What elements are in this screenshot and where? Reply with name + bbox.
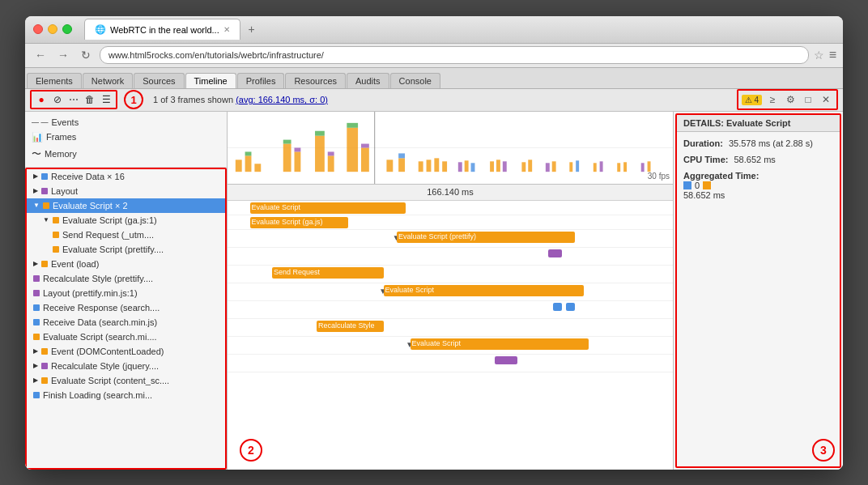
list-item-selected[interactable]: ▼ Evaluate Script × 2	[27, 198, 225, 213]
timeline-toolbar: ● ⊘ ⋯ 🗑 ☰ 1 1 of 3 frames shown (avg: 16…	[25, 89, 843, 112]
url-text: www.html5rocks.com/en/tutorials/webrtc/i…	[108, 50, 324, 60]
sidebar-item-events[interactable]: — — Events	[25, 115, 227, 130]
item-color-icon	[41, 363, 48, 369]
tab-elements[interactable]: Elements	[27, 73, 82, 88]
back-button[interactable]: ←	[32, 46, 49, 64]
flame-row: Send Request	[228, 266, 673, 283]
settings-button[interactable]: ⚙	[783, 92, 798, 107]
frames-avg-link[interactable]: (avg: 166.140 ms, σ: 0)	[236, 95, 328, 104]
item-color-icon	[41, 188, 48, 194]
flame-row	[228, 248, 673, 266]
svg-rect-41	[641, 163, 645, 172]
item-color-icon	[33, 290, 40, 296]
arrow-icon: ▼	[33, 202, 40, 209]
item-color-icon	[41, 261, 48, 267]
tab-title: WebRTC in the real world...	[110, 25, 219, 35]
list-item[interactable]: Recalculate Style (prettify....	[27, 271, 225, 286]
svg-rect-12	[328, 155, 334, 172]
list-item[interactable]: Layout (prettify.min.js:1)	[27, 286, 225, 300]
svg-rect-32	[528, 160, 532, 172]
svg-rect-34	[552, 161, 556, 172]
item-color-icon	[53, 246, 59, 253]
flame-bar: Send Request	[272, 267, 384, 279]
close-devtools-button[interactable]: ✕	[819, 92, 833, 107]
svg-rect-10	[315, 135, 325, 171]
list-item[interactable]: ▶ Recalculate Style (jquery....	[27, 359, 225, 373]
bookmark-icon[interactable]: ☆	[814, 49, 824, 62]
sidebar-top-section: — — Events 📊 Frames 〜 Memory	[25, 112, 227, 168]
svg-rect-4	[245, 151, 252, 155]
forward-button[interactable]: →	[54, 46, 72, 64]
traffic-lights	[33, 24, 72, 34]
list-item[interactable]: Receive Data (search.min.js)	[27, 315, 225, 330]
devtools-tab-bar: Elements Network Sources Timeline Profil…	[25, 68, 843, 89]
svg-rect-6	[283, 143, 291, 172]
svg-rect-31	[521, 162, 525, 172]
list-item[interactable]: Send Request (_utm....	[27, 228, 225, 242]
frames-info: 1 of 3 frames shown (avg: 166.140 ms, σ:…	[153, 95, 328, 104]
list-item[interactable]: Evaluate Script (search.mi....	[27, 330, 225, 344]
minimize-button[interactable]	[48, 24, 57, 34]
record-button[interactable]: ●	[35, 93, 48, 106]
svg-rect-36	[576, 160, 579, 172]
refresh-button[interactable]: ↻	[77, 46, 95, 64]
annotation-3: 3	[812, 439, 835, 462]
memory-label-text: Memory	[45, 149, 77, 159]
svg-rect-18	[386, 160, 393, 172]
item-color-icon	[53, 217, 59, 223]
flame-bar: Evaluate Script (ga.js)	[250, 217, 348, 228]
devtools-panel: Elements Network Sources Timeline Profil…	[25, 68, 843, 470]
arrow-icon: ▼	[43, 216, 49, 223]
tab-network[interactable]: Network	[83, 73, 133, 88]
maximize-button[interactable]	[62, 24, 72, 34]
list-item[interactable]: Evaluate Script (prettify....	[27, 242, 225, 257]
flame-row: ▼ Evaluate Script	[228, 283, 673, 301]
svg-rect-16	[361, 147, 369, 172]
tab-timeline[interactable]: Timeline	[185, 73, 236, 88]
menu-icon[interactable]: ≡	[829, 48, 836, 62]
browser-tab[interactable]: 🌐 WebRTC in the real world... ✕	[84, 19, 240, 40]
flame-bar: Evaluate Script	[250, 202, 406, 214]
list-item[interactable]: ▶ Evaluate Script (content_sc....	[27, 373, 225, 388]
more-button[interactable]: ☰	[100, 93, 113, 106]
delete-button[interactable]: 🗑	[83, 93, 96, 106]
item-color-icon	[41, 348, 48, 355]
item-label: Event (DOMContentLoaded)	[51, 347, 164, 356]
close-button[interactable]	[33, 24, 43, 34]
execute-button[interactable]: ≥	[765, 92, 780, 107]
list-item[interactable]: Finish Loading (search.mi...	[27, 388, 225, 402]
list-item[interactable]: ▶ Event (DOMContentLoaded)	[27, 344, 225, 359]
sidebar-item-frames[interactable]: 📊 Frames	[25, 130, 227, 145]
list-item[interactable]: ▶ Receive Data × 16	[27, 169, 225, 184]
item-label: Evaluate Script (prettify....	[62, 245, 164, 254]
tab-close-button[interactable]: ✕	[223, 25, 230, 34]
list-item[interactable]: Receive Response (search....	[27, 300, 225, 315]
list-item[interactable]: ▶ Event (load)	[27, 257, 225, 271]
item-color-icon	[33, 392, 40, 398]
left-sidebar: — — Events 📊 Frames 〜 Memory	[25, 112, 228, 470]
item-label: Layout (prettify.min.js:1)	[43, 288, 138, 298]
tab-resources[interactable]: Resources	[285, 73, 346, 88]
tab-console[interactable]: Console	[390, 73, 440, 88]
list-item[interactable]: ▼ Evaluate Script (ga.js:1)	[27, 213, 225, 228]
layout-button[interactable]: □	[801, 92, 815, 107]
tab-profiles[interactable]: Profiles	[237, 73, 285, 88]
aggregated-row: Aggregated Time: 0 58.652 ms	[683, 171, 833, 200]
svg-rect-28	[490, 161, 494, 172]
flame-bar: Recalculate Style	[317, 321, 384, 332]
svg-rect-30	[503, 161, 507, 172]
svg-rect-20	[398, 153, 405, 158]
tab-audits[interactable]: Audits	[347, 73, 389, 88]
filter-button[interactable]: ⋯	[67, 93, 80, 106]
list-item[interactable]: ▶ Layout	[27, 184, 225, 198]
arrow-icon: ▶	[33, 377, 38, 384]
warning-badge: ⚠ 4	[742, 95, 762, 105]
url-bar[interactable]: www.html5rocks.com/en/tutorials/webrtc/i…	[100, 46, 809, 64]
tab-sources[interactable]: Sources	[134, 73, 184, 88]
item-label: Receive Data (search.min.js)	[43, 317, 157, 327]
overview-chart[interactable]: 30 fps	[228, 112, 673, 185]
flame-bar	[548, 249, 562, 257]
clear-button[interactable]: ⊘	[51, 93, 64, 106]
new-tab-button[interactable]: +	[244, 21, 260, 37]
sidebar-item-memory[interactable]: 〜 Memory	[25, 145, 227, 164]
